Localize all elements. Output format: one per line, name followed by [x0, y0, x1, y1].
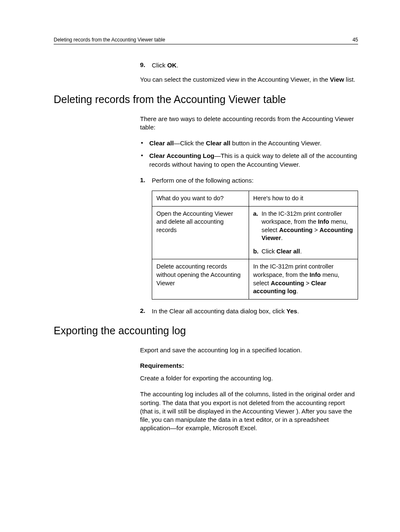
- section-heading-exporting: Exporting the accounting log: [54, 325, 358, 337]
- page-number: 45: [353, 37, 358, 43]
- requirements-text: Create a folder for exporting the accoun…: [140, 374, 358, 382]
- intro-paragraph: You can select the customized view in th…: [140, 75, 358, 84]
- step-text: In the Clear all accounting data dialog …: [152, 307, 299, 315]
- lead-text: There are two ways to delete accounting …: [140, 115, 358, 132]
- page-header: Deleting records from the Accounting Vie…: [54, 37, 358, 44]
- intro-block: 9. Click OK. You can select the customiz…: [140, 61, 358, 84]
- step-9: 9. Click OK.: [140, 61, 358, 70]
- table-header-row: What do you want to do? Here's how to do…: [152, 191, 358, 207]
- step-number: 9.: [140, 61, 152, 70]
- step-text: Click OK.: [152, 61, 178, 70]
- export-description: The accounting log includes all of the c…: [140, 390, 358, 432]
- export-lead: Export and save the accounting log in a …: [140, 346, 358, 354]
- table-row: Delete accounting records without openin…: [152, 259, 358, 299]
- section-heading-deleting: Deleting records from the Accounting Vie…: [54, 93, 358, 106]
- step-text: Perform one of the following actions:: [152, 176, 254, 185]
- section2-body: Export and save the accounting log in a …: [140, 346, 358, 433]
- bullet-clear-log: • Clear Accounting Log—This is a quick w…: [140, 152, 358, 169]
- sub-step-a: a. In the IC-312m print controller works…: [253, 210, 353, 243]
- step-1: 1. Perform one of the following actions:: [140, 176, 358, 185]
- sub-step-b: b. Click Clear all.: [253, 248, 353, 256]
- cell-open-viewer: Open the Accounting Viewer and delete al…: [152, 206, 249, 259]
- bullet-marker: •: [140, 152, 149, 169]
- section1-body: There are two ways to delete accounting …: [140, 115, 358, 315]
- step-2: 2. In the Clear all accounting data dial…: [140, 307, 358, 315]
- table-header-what: What do you want to do?: [152, 191, 249, 207]
- step-number: 1.: [140, 176, 152, 185]
- requirements-label: Requirements:: [140, 362, 358, 369]
- bullet-clear-all: • Clear all—Click the Clear all button i…: [140, 139, 358, 147]
- bullet-list: • Clear all—Click the Clear all button i…: [140, 139, 358, 169]
- cell-delete-without-how: In the IC-312m print controller workspac…: [249, 259, 358, 299]
- step-number: 2.: [140, 307, 152, 315]
- bullet-marker: •: [140, 139, 149, 147]
- action-table: What do you want to do? Here's how to do…: [152, 191, 358, 300]
- cell-delete-without: Delete accounting records without openin…: [152, 259, 249, 299]
- header-title: Deleting records from the Accounting Vie…: [54, 37, 165, 43]
- table-header-how: Here's how to do it: [249, 191, 358, 207]
- table-row: Open the Accounting Viewer and delete al…: [152, 206, 358, 259]
- cell-open-viewer-how: a. In the IC-312m print controller works…: [249, 206, 358, 259]
